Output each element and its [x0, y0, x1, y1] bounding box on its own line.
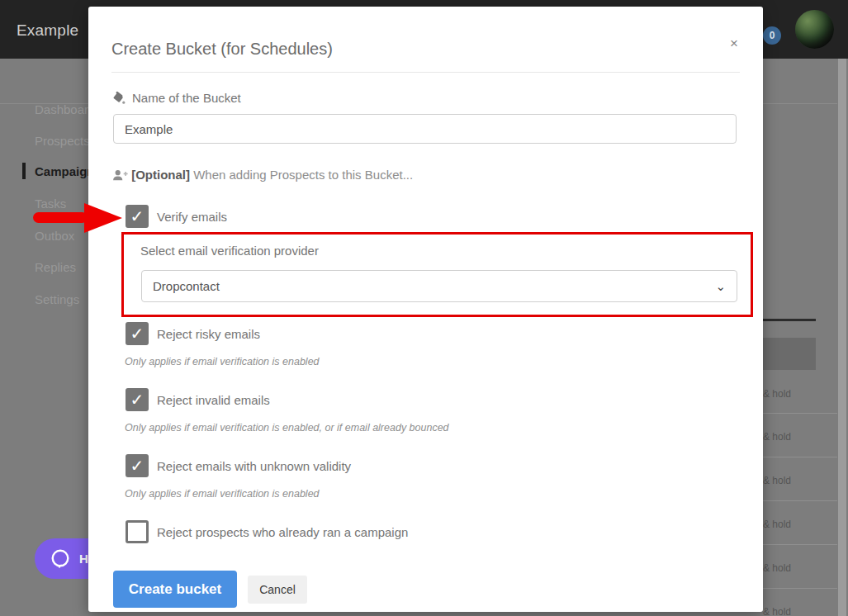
sidebar-item-replies[interactable]: Replies — [35, 257, 76, 277]
sidebar-item-outbox[interactable]: Outbox — [35, 225, 74, 245]
beacon-label: H — [79, 552, 88, 566]
reject-invalid-note: Only applies if email verification is en… — [125, 422, 449, 434]
cancel-button[interactable]: Cancel — [248, 576, 307, 604]
create-bucket-button[interactable]: Create bucket — [113, 571, 237, 608]
verify-emails-label: Verify emails — [157, 210, 227, 224]
reject-risky-checkbox[interactable]: ✓ — [126, 322, 149, 345]
modal-title-divider — [111, 72, 740, 73]
check-icon: ✓ — [130, 390, 144, 410]
fill-bucket-icon — [112, 91, 126, 105]
sidebar-item-prospects[interactable]: Prospects — [35, 130, 90, 150]
check-icon: ✓ — [130, 456, 144, 476]
provider-select-label: Select email verification provider — [140, 244, 319, 258]
chevron-down-icon: ⌄ — [715, 282, 726, 291]
create-bucket-modal: Create Bucket (for Schedules) × Name of … — [88, 7, 763, 612]
sidebar-item-settings[interactable]: Settings — [35, 289, 79, 309]
app-screen: Example 0 Dashboard Prospects Campaigns … — [0, 0, 848, 616]
reject-unknown-row[interactable]: ✓ Reject emails with unknown validity — [126, 454, 351, 477]
reject-unknown-label: Reject emails with unknown validity — [157, 459, 351, 473]
check-icon: ✓ — [130, 206, 144, 226]
workspace-title: Example — [17, 21, 78, 40]
reject-already-ran-checkbox[interactable] — [126, 520, 149, 543]
reject-risky-label: Reject risky emails — [157, 327, 260, 341]
user-avatar[interactable] — [795, 10, 834, 49]
reject-unknown-note: Only applies if email verification is en… — [125, 488, 320, 500]
bucket-name-label-text: Name of the Bucket — [132, 91, 241, 105]
background-table-row: & hold — [763, 475, 837, 486]
background-table-row: & hold — [763, 562, 837, 574]
optional-text: When adding Prospects to this Bucket... — [190, 168, 413, 182]
reject-invalid-row[interactable]: ✓ Reject invalid emails — [126, 388, 270, 411]
reject-risky-note: Only applies if email verification is en… — [125, 356, 320, 367]
optional-badge: [Optional] — [131, 168, 190, 182]
reject-already-ran-label: Reject prospects who already ran a campa… — [157, 525, 408, 539]
background-table-row: & hold — [763, 519, 837, 530]
verify-emails-checkbox[interactable]: ✓ — [126, 205, 149, 228]
provider-selected-value: Dropcontact — [153, 279, 220, 293]
reject-invalid-label: Reject invalid emails — [157, 393, 270, 407]
bucket-name-input[interactable] — [113, 114, 737, 144]
close-icon[interactable]: × — [724, 34, 744, 54]
background-table-row: & hold — [763, 606, 837, 616]
provider-select-dropdown[interactable]: Dropcontact ⌄ — [141, 270, 737, 302]
background-table-row: & hold — [763, 431, 837, 443]
background-table-row: & hold — [763, 388, 837, 400]
notification-badge[interactable]: 0 — [763, 26, 781, 45]
modal-title: Create Bucket (for Schedules) — [111, 40, 333, 59]
reject-already-ran-row[interactable]: Reject prospects who already ran a campa… — [126, 520, 408, 543]
optional-section-label: [Optional] When adding Prospects to this… — [112, 168, 413, 182]
sidebar-item-dashboard[interactable]: Dashboard — [35, 99, 95, 119]
user-plus-icon — [112, 169, 128, 181]
sidebar-item-tasks[interactable]: Tasks — [35, 193, 66, 213]
reject-unknown-checkbox[interactable]: ✓ — [126, 454, 149, 477]
chat-bubble-icon — [50, 548, 71, 570]
verify-emails-row[interactable]: ✓ Verify emails — [126, 205, 227, 228]
reject-risky-row[interactable]: ✓ Reject risky emails — [126, 322, 260, 345]
bucket-name-label: Name of the Bucket — [112, 91, 241, 105]
page-scrollbar[interactable] — [838, 59, 846, 616]
check-icon: ✓ — [130, 324, 144, 344]
reject-invalid-checkbox[interactable]: ✓ — [126, 388, 149, 411]
provider-label-text: Select email verification provider — [140, 244, 319, 258]
sidebar-active-indicator — [22, 163, 26, 179]
